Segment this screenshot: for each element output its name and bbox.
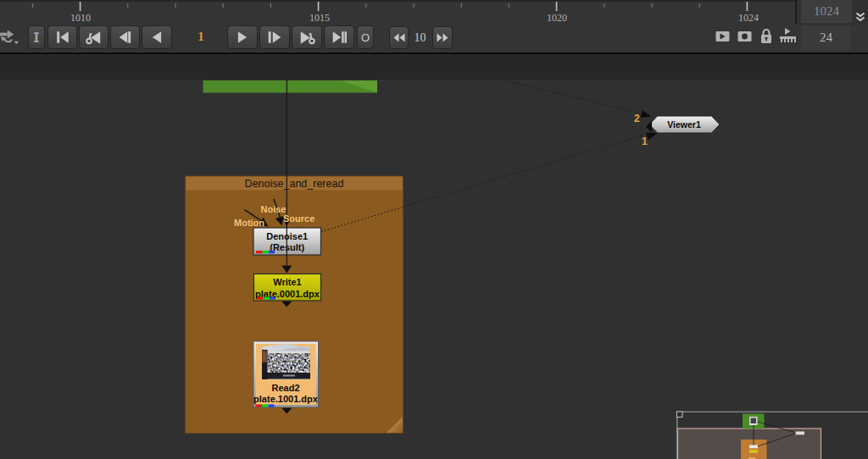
svg-text:Read2: Read2 [271, 383, 299, 393]
svg-text:Noise: Noise [261, 204, 287, 214]
svg-text:2: 2 [634, 113, 640, 124]
svg-text:Source: Source [283, 213, 314, 224]
svg-text:1: 1 [642, 135, 648, 147]
svg-text:Write1: Write1 [273, 277, 301, 287]
svg-text:Denoise_and_reread: Denoise_and_reread [245, 178, 344, 190]
svg-text:plate.1001.dpx: plate.1001.dpx [253, 394, 319, 404]
svg-text:Motion: Motion [234, 218, 264, 228]
svg-text:Viewer1: Viewer1 [667, 119, 701, 130]
